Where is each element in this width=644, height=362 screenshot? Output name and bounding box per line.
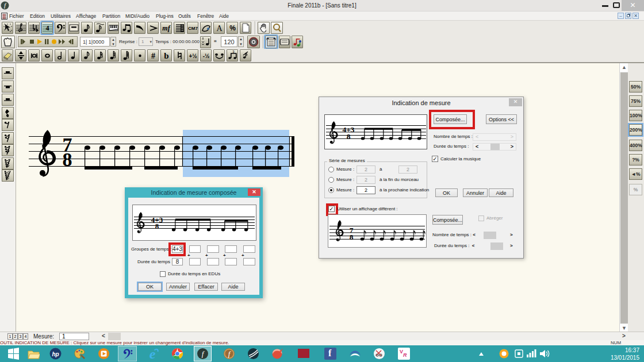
svg-text:#: # [151, 52, 155, 60]
svg-text:%: % [229, 24, 236, 32]
svg-text:hp: hp [52, 351, 59, 357]
svg-text:3: 3 [232, 50, 235, 53]
svg-text:+½: +½ [189, 53, 197, 59]
svg-text:-½: -½ [203, 53, 210, 59]
svg-text:b: b [164, 51, 168, 60]
svg-text:CM7: CM7 [188, 26, 198, 31]
svg-text:8: 8 [155, 222, 159, 230]
svg-text:mf: mf [162, 24, 170, 32]
svg-text:A: A [216, 24, 223, 33]
svg-text:8: 8 [63, 149, 72, 170]
svg-text:8: 8 [350, 233, 354, 241]
svg-text:8: 8 [347, 132, 351, 141]
svg-text:4: 4 [46, 24, 49, 32]
